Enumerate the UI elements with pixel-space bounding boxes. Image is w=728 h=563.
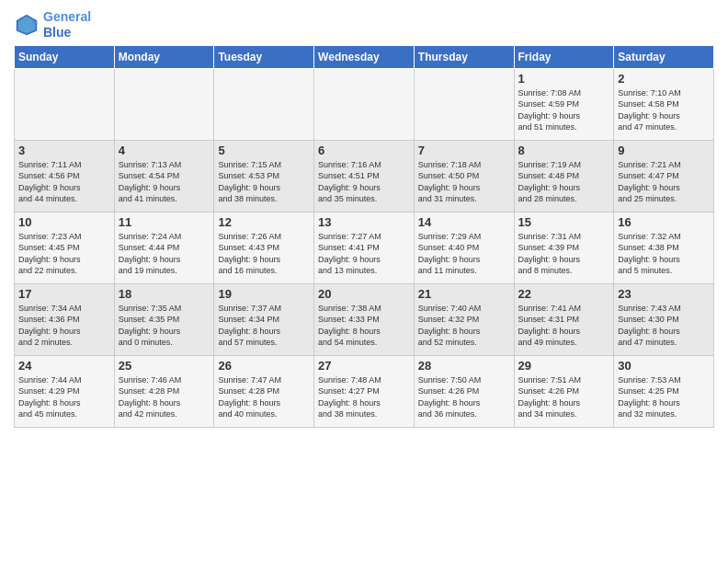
- day-number: 14: [418, 215, 510, 229]
- day-header: Tuesday: [214, 45, 314, 68]
- calendar-cell: 7Sunrise: 7:18 AM Sunset: 4:50 PM Daylig…: [414, 140, 514, 212]
- day-header: Wednesday: [314, 45, 415, 68]
- day-info: Sunrise: 7:34 AM Sunset: 4:36 PM Dayligh…: [18, 303, 110, 349]
- day-number: 9: [618, 144, 710, 157]
- calendar-cell: 27Sunrise: 7:48 AM Sunset: 4:27 PM Dayli…: [314, 355, 415, 427]
- calendar-cell: [114, 68, 214, 140]
- calendar-cell: 18Sunrise: 7:35 AM Sunset: 4:35 PM Dayli…: [114, 283, 214, 355]
- day-info: Sunrise: 7:47 AM Sunset: 4:28 PM Dayligh…: [218, 374, 310, 420]
- day-info: Sunrise: 7:15 AM Sunset: 4:53 PM Dayligh…: [218, 159, 310, 205]
- calendar-cell: 6Sunrise: 7:16 AM Sunset: 4:51 PM Daylig…: [314, 140, 415, 212]
- calendar-cell: 29Sunrise: 7:51 AM Sunset: 4:26 PM Dayli…: [514, 355, 614, 427]
- day-info: Sunrise: 7:19 AM Sunset: 4:48 PM Dayligh…: [518, 159, 610, 205]
- day-number: 7: [418, 144, 510, 157]
- day-number: 30: [618, 359, 710, 373]
- day-info: Sunrise: 7:37 AM Sunset: 4:34 PM Dayligh…: [218, 303, 310, 349]
- header-row: SundayMondayTuesdayWednesdayThursdayFrid…: [15, 45, 714, 68]
- day-info: Sunrise: 7:13 AM Sunset: 4:54 PM Dayligh…: [119, 159, 210, 205]
- day-info: Sunrise: 7:10 AM Sunset: 4:58 PM Dayligh…: [618, 87, 710, 133]
- day-number: 19: [218, 287, 310, 301]
- calendar-cell: 3Sunrise: 7:11 AM Sunset: 4:56 PM Daylig…: [15, 140, 115, 212]
- day-number: 16: [618, 215, 710, 229]
- calendar-cell: 8Sunrise: 7:19 AM Sunset: 4:48 PM Daylig…: [514, 140, 614, 212]
- calendar-cell: 21Sunrise: 7:40 AM Sunset: 4:32 PM Dayli…: [414, 283, 514, 355]
- logo: General Blue: [14, 9, 91, 40]
- day-number: 27: [318, 359, 410, 373]
- day-info: Sunrise: 7:27 AM Sunset: 4:41 PM Dayligh…: [318, 231, 410, 277]
- day-number: 22: [518, 287, 610, 301]
- calendar-cell: 13Sunrise: 7:27 AM Sunset: 4:41 PM Dayli…: [314, 212, 415, 283]
- calendar-week-row: 10Sunrise: 7:23 AM Sunset: 4:45 PM Dayli…: [15, 212, 714, 283]
- day-info: Sunrise: 7:21 AM Sunset: 4:47 PM Dayligh…: [618, 159, 710, 205]
- day-info: Sunrise: 7:24 AM Sunset: 4:44 PM Dayligh…: [119, 231, 210, 277]
- calendar-cell: 4Sunrise: 7:13 AM Sunset: 4:54 PM Daylig…: [114, 140, 214, 212]
- day-info: Sunrise: 7:40 AM Sunset: 4:32 PM Dayligh…: [418, 303, 510, 349]
- calendar-cell: 28Sunrise: 7:50 AM Sunset: 4:26 PM Dayli…: [414, 355, 514, 427]
- day-number: 5: [218, 144, 310, 157]
- day-number: 3: [18, 144, 110, 157]
- calendar-cell: [314, 68, 415, 140]
- day-number: 2: [618, 72, 710, 86]
- day-number: 8: [518, 144, 610, 157]
- day-header: Thursday: [414, 45, 514, 68]
- day-number: 4: [119, 144, 210, 157]
- day-number: 15: [518, 215, 610, 229]
- day-info: Sunrise: 7:35 AM Sunset: 4:35 PM Dayligh…: [119, 303, 210, 349]
- day-info: Sunrise: 7:53 AM Sunset: 4:25 PM Dayligh…: [618, 374, 710, 420]
- day-info: Sunrise: 7:51 AM Sunset: 4:26 PM Dayligh…: [518, 374, 610, 420]
- calendar-cell: 25Sunrise: 7:46 AM Sunset: 4:28 PM Dayli…: [114, 355, 214, 427]
- day-header: Monday: [114, 45, 214, 68]
- day-info: Sunrise: 7:29 AM Sunset: 4:40 PM Dayligh…: [418, 231, 510, 277]
- day-number: 6: [318, 144, 410, 157]
- day-info: Sunrise: 7:31 AM Sunset: 4:39 PM Dayligh…: [518, 231, 610, 277]
- logo-text: General Blue: [43, 9, 91, 40]
- calendar-cell: [414, 68, 514, 140]
- logo-icon: [14, 12, 40, 38]
- calendar-cell: 16Sunrise: 7:32 AM Sunset: 4:38 PM Dayli…: [614, 212, 714, 283]
- day-number: 24: [18, 359, 110, 373]
- day-info: Sunrise: 7:26 AM Sunset: 4:43 PM Dayligh…: [218, 231, 310, 277]
- day-number: 25: [119, 359, 210, 373]
- day-info: Sunrise: 7:18 AM Sunset: 4:50 PM Dayligh…: [418, 159, 510, 205]
- day-number: 28: [418, 359, 510, 373]
- calendar-cell: 17Sunrise: 7:34 AM Sunset: 4:36 PM Dayli…: [15, 283, 115, 355]
- day-info: Sunrise: 7:46 AM Sunset: 4:28 PM Dayligh…: [119, 374, 210, 420]
- calendar-cell: 2Sunrise: 7:10 AM Sunset: 4:58 PM Daylig…: [614, 68, 714, 140]
- day-number: 26: [218, 359, 310, 373]
- calendar-week-row: 24Sunrise: 7:44 AM Sunset: 4:29 PM Dayli…: [15, 355, 714, 427]
- day-number: 29: [518, 359, 610, 373]
- calendar-week-row: 1Sunrise: 7:08 AM Sunset: 4:59 PM Daylig…: [15, 68, 714, 140]
- calendar-cell: 20Sunrise: 7:38 AM Sunset: 4:33 PM Dayli…: [314, 283, 415, 355]
- calendar-week-row: 3Sunrise: 7:11 AM Sunset: 4:56 PM Daylig…: [15, 140, 714, 212]
- day-number: 10: [18, 215, 110, 229]
- calendar-cell: 26Sunrise: 7:47 AM Sunset: 4:28 PM Dayli…: [214, 355, 314, 427]
- day-info: Sunrise: 7:44 AM Sunset: 4:29 PM Dayligh…: [18, 374, 110, 420]
- calendar-cell: 5Sunrise: 7:15 AM Sunset: 4:53 PM Daylig…: [214, 140, 314, 212]
- day-info: Sunrise: 7:48 AM Sunset: 4:27 PM Dayligh…: [318, 374, 410, 420]
- calendar-cell: 19Sunrise: 7:37 AM Sunset: 4:34 PM Dayli…: [214, 283, 314, 355]
- calendar-cell: 30Sunrise: 7:53 AM Sunset: 4:25 PM Dayli…: [614, 355, 714, 427]
- page-container: General Blue SundayMondayTuesdayWednesda…: [0, 0, 728, 437]
- day-info: Sunrise: 7:23 AM Sunset: 4:45 PM Dayligh…: [18, 231, 110, 277]
- calendar-cell: 10Sunrise: 7:23 AM Sunset: 4:45 PM Dayli…: [15, 212, 115, 283]
- day-number: 23: [618, 287, 710, 301]
- calendar-cell: 23Sunrise: 7:43 AM Sunset: 4:30 PM Dayli…: [614, 283, 714, 355]
- day-info: Sunrise: 7:16 AM Sunset: 4:51 PM Dayligh…: [318, 159, 410, 205]
- day-number: 11: [119, 215, 210, 229]
- calendar-cell: 14Sunrise: 7:29 AM Sunset: 4:40 PM Dayli…: [414, 212, 514, 283]
- calendar-cell: 22Sunrise: 7:41 AM Sunset: 4:31 PM Dayli…: [514, 283, 614, 355]
- calendar-week-row: 17Sunrise: 7:34 AM Sunset: 4:36 PM Dayli…: [15, 283, 714, 355]
- calendar-cell: 24Sunrise: 7:44 AM Sunset: 4:29 PM Dayli…: [15, 355, 115, 427]
- day-number: 12: [218, 215, 310, 229]
- day-info: Sunrise: 7:43 AM Sunset: 4:30 PM Dayligh…: [618, 303, 710, 349]
- day-number: 1: [518, 72, 610, 86]
- header: General Blue: [14, 9, 714, 40]
- calendar-table: SundayMondayTuesdayWednesdayThursdayFrid…: [14, 45, 714, 428]
- day-info: Sunrise: 7:11 AM Sunset: 4:56 PM Dayligh…: [18, 159, 110, 205]
- day-header: Sunday: [15, 45, 115, 68]
- day-header: Friday: [514, 45, 614, 68]
- day-number: 17: [18, 287, 110, 301]
- day-info: Sunrise: 7:41 AM Sunset: 4:31 PM Dayligh…: [518, 303, 610, 349]
- day-info: Sunrise: 7:08 AM Sunset: 4:59 PM Dayligh…: [518, 87, 610, 133]
- day-info: Sunrise: 7:32 AM Sunset: 4:38 PM Dayligh…: [618, 231, 710, 277]
